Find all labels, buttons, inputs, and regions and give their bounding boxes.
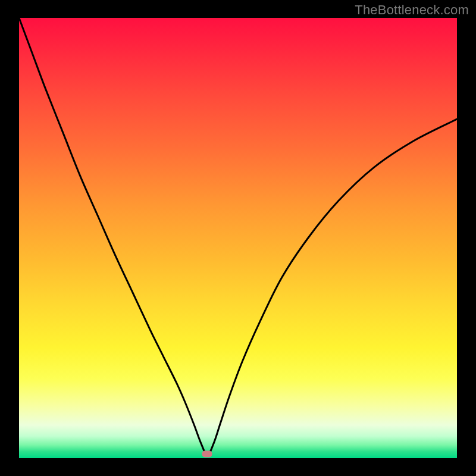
watermark-text: TheBottleneck.com	[355, 2, 469, 18]
optimum-marker	[202, 450, 212, 457]
chart-plot-area	[19, 18, 457, 458]
chart-frame: TheBottleneck.com	[0, 0, 476, 476]
bottleneck-curve	[19, 18, 457, 458]
